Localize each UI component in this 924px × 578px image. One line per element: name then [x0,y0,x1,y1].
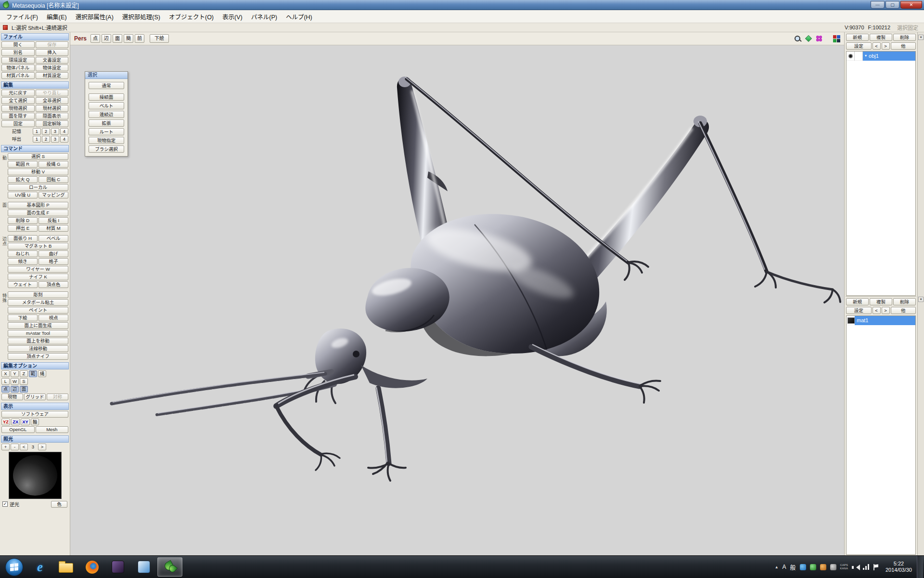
sidebar-button[interactable]: 固定 [1,120,35,127]
selection-mode-button[interactable]: ルート [89,128,124,135]
sidebar-button[interactable]: 対称 [47,394,68,400]
sidebar-button[interactable]: マグネット B [8,243,68,250]
sidebar-button[interactable]: ZX [11,419,20,425]
taskbar-app2-button[interactable] [131,557,156,577]
sidebar-button[interactable]: 視点 [38,315,68,321]
selection-mode-button[interactable]: 現物指定 [89,137,124,144]
viewport-tab[interactable]: Pers [74,35,87,42]
object-nav-button[interactable]: > [882,42,890,50]
viewport-tab[interactable]: 点 [90,34,100,43]
sidebar-button[interactable]: 辺 [11,386,19,393]
object-nav-button[interactable]: 他 [891,42,916,50]
close-button[interactable]: ✕ [900,1,922,9]
sidebar-button[interactable]: メタボール粘土 [8,299,68,306]
object-nav-button[interactable]: 設定 [846,42,872,50]
pan-view-icon[interactable] [816,35,822,42]
sidebar-button[interactable]: ワイヤー W [8,266,68,273]
sidebar-button[interactable]: 隠面表示 [36,113,69,119]
sidebar-button[interactable]: 4 [60,128,68,135]
sidebar-button[interactable]: 移動 V [8,169,68,175]
tray-overflow-icon[interactable]: ▲ [775,565,779,569]
material-nav-button[interactable]: > [882,307,890,314]
selection-palette-title[interactable]: 選択 [85,72,128,79]
taskbar-firefox-button[interactable] [79,557,104,577]
menu-item[interactable]: 選択部属性(A) [71,10,118,24]
sidebar-button[interactable]: 全非選択 [36,97,69,104]
sidebar-button[interactable]: 縄 [38,370,46,377]
ime-mode-indicator[interactable]: A [783,564,786,570]
sidebar-button[interactable]: 固定解除 [36,120,69,127]
sidebar-button[interactable]: 開く [1,41,35,48]
taskbar-ie-button[interactable]: e [27,557,52,577]
sidebar-button[interactable]: 範 [29,370,37,377]
sidebar-button[interactable]: - [11,444,19,450]
sidebar-button[interactable]: 1 [33,136,41,143]
viewport-tab[interactable]: 下絵 [150,34,169,43]
sidebar-button[interactable]: 反転 I [38,217,68,224]
sidebar-button[interactable]: mAstar Tool [8,330,68,337]
sidebar-button[interactable]: 物体設定 [36,65,69,71]
taskbar-metasequoia-button[interactable] [157,557,182,577]
sidebar-button[interactable]: 選択 S [8,153,68,160]
sidebar-button[interactable]: 回転 C [38,176,68,183]
material-toolbar-button[interactable]: 削除 [893,298,916,305]
sidebar-button[interactable]: ペイント [8,307,68,314]
sidebar-button[interactable]: 現材選択 [36,105,69,112]
sidebar-button[interactable]: S [20,378,28,385]
selection-mode-button[interactable]: 拡張 [89,119,124,127]
sidebar-button[interactable]: 傾き [8,258,38,265]
object-list-item[interactable]: ▾obj1 [847,52,915,61]
sidebar-button[interactable]: 2 [42,136,50,143]
sidebar-button[interactable]: + [1,444,10,450]
sidebar-button[interactable]: Y [11,370,19,377]
sidebar-button[interactable]: 物体パネル [1,65,35,71]
material-toolbar-button[interactable]: 新規 [846,298,869,305]
visibility-toggle[interactable] [847,52,855,61]
sidebar-button[interactable]: W [11,378,19,385]
sidebar-button[interactable]: 挿入 [36,49,69,56]
network-icon[interactable] [863,564,869,570]
object-nav-button[interactable]: < [873,42,881,50]
taskbar-explorer-button[interactable] [53,557,78,577]
sidebar-button[interactable]: マッピング [38,192,68,198]
sidebar-button[interactable]: 3 [51,136,59,143]
maximize-button[interactable]: ▢ [886,1,899,9]
sidebar-button[interactable]: 面上を移動 [8,338,68,344]
viewport-tab[interactable]: 前 [135,34,144,43]
sidebar-button[interactable]: 面の生成 F [8,210,68,216]
sidebar-button[interactable]: 面張り H [8,235,38,242]
sidebar-button[interactable]: 現物選択 [1,105,35,112]
material-panel-close-icon[interactable]: ✕ [918,297,924,302]
menu-item[interactable]: 編集(E) [42,10,71,24]
material-list-item[interactable]: mat1 [847,316,915,325]
viewport-tab[interactable]: 面 [113,34,122,43]
sidebar-button[interactable]: OpenGL [1,426,35,433]
sidebar-button[interactable]: 元に戻す [1,90,35,96]
sidebar-button[interactable]: 文書設定 [36,57,69,64]
menu-item[interactable]: 選択部処理(S) [118,10,165,24]
menu-item[interactable]: ヘルプ(H) [282,10,317,24]
sidebar-button[interactable]: ソフトウェア [1,411,68,418]
sidebar-button[interactable]: 面上に面生成 [8,322,68,329]
view-cube-icon[interactable] [833,35,840,42]
selection-mode-button[interactable]: ベルト [89,102,124,109]
sidebar-button[interactable]: 下絵 [8,315,38,321]
sidebar-button[interactable]: 材質 M [38,225,68,232]
material-nav-button[interactable]: 設定 [846,307,872,314]
sidebar-button[interactable]: 範囲 R [8,161,38,168]
light-direction-preview[interactable] [9,452,62,499]
sidebar-button[interactable]: 格子 [38,258,68,265]
sidebar-button[interactable]: 彫刻 [8,291,68,298]
sidebar-button[interactable]: やり直し [36,90,69,96]
zoom-view-icon[interactable] [794,35,801,42]
sidebar-button[interactable]: Mesh [36,426,69,433]
tray-icon[interactable] [820,564,826,570]
selection-mode-button[interactable]: ブラシ選択 [89,145,124,153]
sidebar-button[interactable]: 頂点色 [38,281,68,288]
sidebar-button[interactable]: 4 [60,136,68,143]
sidebar-button[interactable]: XY [21,419,30,425]
sidebar-button[interactable]: 頂点ナイフ [8,353,68,360]
sidebar-button[interactable]: 全て選択 [1,97,35,104]
backlight-checkbox[interactable]: ✓ [2,501,8,507]
sidebar-button[interactable]: L [1,378,10,385]
